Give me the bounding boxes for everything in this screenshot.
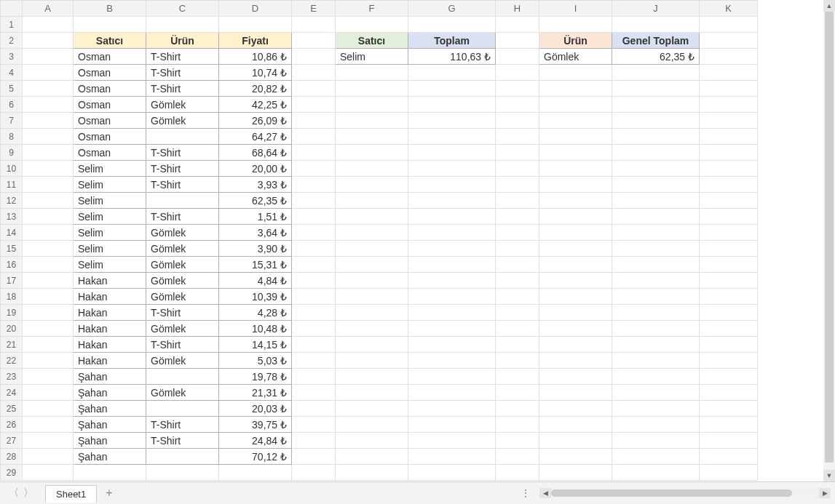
row-header-2[interactable]: 2 <box>1 33 23 49</box>
cell-H28[interactable] <box>496 449 539 465</box>
cell-F23[interactable] <box>336 369 408 385</box>
table1-price[interactable]: 19,78 ₺ <box>219 369 292 385</box>
table1-product[interactable]: T-Shirt <box>146 177 219 193</box>
row-header-15[interactable]: 15 <box>1 241 23 257</box>
cell-I24[interactable] <box>539 385 612 401</box>
cell-K24[interactable] <box>700 385 758 401</box>
cell-H7[interactable] <box>496 113 539 129</box>
row-header-6[interactable]: 6 <box>1 97 23 113</box>
cell-E14[interactable] <box>292 225 336 241</box>
cell-H6[interactable] <box>496 97 539 113</box>
cell-H9[interactable] <box>496 145 539 161</box>
cell-K29[interactable] <box>700 465 758 481</box>
cell-E1[interactable] <box>292 17 336 33</box>
cell-I18[interactable] <box>539 289 612 305</box>
row-header-12[interactable]: 12 <box>1 193 23 209</box>
cell-E20[interactable] <box>292 321 336 337</box>
scroll-left-icon[interactable]: ◀ <box>539 488 551 498</box>
column-header-F[interactable]: F <box>336 1 408 17</box>
cell-F20[interactable] <box>336 321 408 337</box>
table1-product[interactable]: T-Shirt <box>146 49 219 65</box>
table1-seller[interactable]: Selim <box>74 193 146 209</box>
cell-E18[interactable] <box>292 289 336 305</box>
table1-price[interactable]: 4,28 ₺ <box>219 305 292 321</box>
cell-J8[interactable] <box>612 129 700 145</box>
column-header-E[interactable]: E <box>292 1 336 17</box>
cell-A28[interactable] <box>23 449 74 465</box>
table1-price[interactable]: 62,35 ₺ <box>219 193 292 209</box>
row-header-7[interactable]: 7 <box>1 113 23 129</box>
cell-A24[interactable] <box>23 385 74 401</box>
cell-I15[interactable] <box>539 241 612 257</box>
table1-product[interactable]: Gömlek <box>146 353 219 369</box>
cell-G20[interactable] <box>408 321 496 337</box>
table1-seller[interactable]: Şahan <box>74 417 146 433</box>
row-header-21[interactable]: 21 <box>1 337 23 353</box>
table1-seller[interactable]: Selim <box>74 209 146 225</box>
cell-H4[interactable] <box>496 65 539 81</box>
table1-product[interactable]: T-Shirt <box>146 81 219 97</box>
cell-K27[interactable] <box>700 433 758 449</box>
table1-seller[interactable]: Osman <box>74 97 146 113</box>
cell-G26[interactable] <box>408 417 496 433</box>
cell-I7[interactable] <box>539 113 612 129</box>
row-header-22[interactable]: 22 <box>1 353 23 369</box>
table1-product[interactable]: T-Shirt <box>146 209 219 225</box>
table1-price[interactable]: 20,03 ₺ <box>219 401 292 417</box>
table1-seller[interactable]: Osman <box>74 49 146 65</box>
row-header-25[interactable]: 25 <box>1 401 23 417</box>
table1-product[interactable] <box>146 449 219 465</box>
cell-C29[interactable] <box>146 465 219 481</box>
table1-seller[interactable]: Selim <box>74 241 146 257</box>
scroll-right-icon[interactable]: ▶ <box>819 488 831 498</box>
cell-H1[interactable] <box>496 17 539 33</box>
cell-E5[interactable] <box>292 81 336 97</box>
cell-J13[interactable] <box>612 209 700 225</box>
cell-K25[interactable] <box>700 401 758 417</box>
cell-E8[interactable] <box>292 129 336 145</box>
cell-G14[interactable] <box>408 225 496 241</box>
cell-I1[interactable] <box>539 17 612 33</box>
cell-J16[interactable] <box>612 257 700 273</box>
cell-K22[interactable] <box>700 353 758 369</box>
table1-product[interactable]: Gömlek <box>146 113 219 129</box>
cell-F17[interactable] <box>336 273 408 289</box>
table2-header-seller[interactable]: Satıcı <box>336 33 408 49</box>
cell-H12[interactable] <box>496 193 539 209</box>
cell-G8[interactable] <box>408 129 496 145</box>
cell-H13[interactable] <box>496 209 539 225</box>
row-header-13[interactable]: 13 <box>1 209 23 225</box>
cell-G13[interactable] <box>408 209 496 225</box>
table1-product[interactable]: T-Shirt <box>146 65 219 81</box>
table1-product[interactable]: Gömlek <box>146 273 219 289</box>
scroll-up-icon[interactable]: ▲ <box>823 0 835 12</box>
cell-A3[interactable] <box>23 49 74 65</box>
row-header-26[interactable]: 26 <box>1 417 23 433</box>
table1-product[interactable] <box>146 401 219 417</box>
cell-K21[interactable] <box>700 337 758 353</box>
cell-G7[interactable] <box>408 113 496 129</box>
column-header-B[interactable]: B <box>74 1 146 17</box>
table2-total[interactable]: 110,63 ₺ <box>408 49 496 65</box>
row-header-4[interactable]: 4 <box>1 65 23 81</box>
table1-product[interactable]: T-Shirt <box>146 305 219 321</box>
cell-E17[interactable] <box>292 273 336 289</box>
column-header-H[interactable]: H <box>496 1 539 17</box>
cell-H23[interactable] <box>496 369 539 385</box>
cell-I4[interactable] <box>539 65 612 81</box>
cell-J18[interactable] <box>612 289 700 305</box>
cell-G9[interactable] <box>408 145 496 161</box>
cell-K9[interactable] <box>700 145 758 161</box>
table1-price[interactable]: 4,84 ₺ <box>219 273 292 289</box>
row-header-16[interactable]: 16 <box>1 257 23 273</box>
cell-A1[interactable] <box>23 17 74 33</box>
cell-J20[interactable] <box>612 321 700 337</box>
cell-F14[interactable] <box>336 225 408 241</box>
cell-H15[interactable] <box>496 241 539 257</box>
cell-F22[interactable] <box>336 353 408 369</box>
cell-H14[interactable] <box>496 225 539 241</box>
table1-product[interactable]: T-Shirt <box>146 417 219 433</box>
column-header-J[interactable]: J <box>612 1 700 17</box>
cell-E19[interactable] <box>292 305 336 321</box>
cell-E11[interactable] <box>292 177 336 193</box>
